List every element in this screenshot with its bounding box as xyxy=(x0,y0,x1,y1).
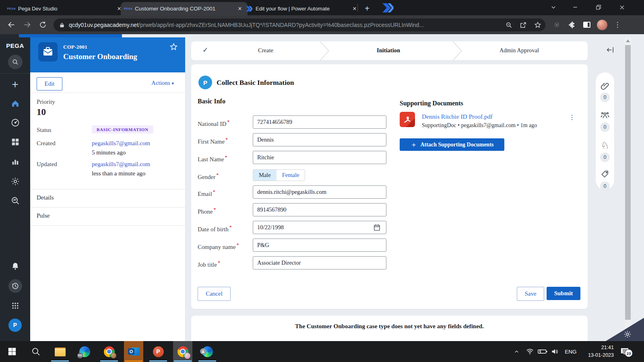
date-of-birth-input[interactable] xyxy=(253,221,386,234)
address-bar[interactable]: qcdy01uv.pegaacademy.net/prweb/app/int-a… xyxy=(54,19,545,31)
first-name-input[interactable] xyxy=(253,133,386,146)
tab-customer-onboarding[interactable]: PEGA Customer Onboarding COP-2001 ✕ xyxy=(121,2,248,15)
attachment-file-link[interactable]: Dennis Ritchie ID Proof.pdf xyxy=(422,113,493,120)
taskbar-search-icon[interactable] xyxy=(26,341,45,362)
side-panel-icon[interactable] xyxy=(581,19,593,31)
reports-bar-chart-icon[interactable] xyxy=(0,153,30,170)
profile-badge xyxy=(111,353,116,358)
scrollbar-up-arrow[interactable] xyxy=(626,39,630,42)
scrollbar-track[interactable] xyxy=(625,37,631,341)
company-name-input[interactable] xyxy=(253,239,386,252)
gender-male-button[interactable]: Male xyxy=(253,170,277,181)
profile-avatar[interactable] xyxy=(596,19,608,31)
required-asterisk: * xyxy=(237,242,239,248)
battery-icon[interactable] xyxy=(536,341,549,362)
tags-icon[interactable] xyxy=(600,170,609,179)
app-launcher-grid-icon[interactable] xyxy=(0,297,30,314)
created-by-link[interactable]: pegaskills7@gmail.com xyxy=(92,140,150,147)
notifications-bell-icon[interactable] xyxy=(0,258,30,275)
tab-power-automate[interactable]: Edit your flow | Power Automate ✕ xyxy=(242,2,362,15)
extensions-puzzle-icon[interactable] xyxy=(566,19,578,31)
window-restore-button[interactable] xyxy=(589,0,608,14)
cancel-button[interactable]: Cancel xyxy=(198,287,231,301)
dashboard-gauge-icon[interactable] xyxy=(0,114,30,131)
window-close-button[interactable] xyxy=(613,0,631,14)
edge-browser-profile-icon[interactable] xyxy=(198,341,217,362)
chrome-browser-active-icon[interactable] xyxy=(173,341,192,362)
actions-menu-button[interactable]: Actions ▾ xyxy=(151,80,174,86)
file-explorer-icon[interactable] xyxy=(50,341,70,362)
user-avatar[interactable]: P xyxy=(0,317,30,333)
case-header: COP-2001 Customer Onboarding xyxy=(30,37,185,72)
volume-icon[interactable] xyxy=(549,341,561,362)
gender-female-button[interactable]: Female xyxy=(277,170,305,181)
attachment-menu-kebab-icon[interactable]: ⋮ xyxy=(569,113,575,121)
action-center-icon[interactable]: 23 xyxy=(616,341,634,362)
tray-chevron-up-icon[interactable] xyxy=(510,341,522,362)
attachments-paperclip-icon[interactable] xyxy=(600,81,610,91)
followers-people-icon[interactable] xyxy=(600,111,610,120)
tab-title: Pega Dev Studio xyxy=(18,6,112,12)
submit-button[interactable]: Submit xyxy=(547,287,580,300)
overlay-gear-icon[interactable] xyxy=(623,330,632,339)
tab-pega-dev-studio[interactable]: PEGA Pega Dev Studio ✕ xyxy=(4,2,127,15)
create-plus-icon[interactable]: + xyxy=(0,76,30,93)
required-asterisk: * xyxy=(214,207,216,212)
last-name-input[interactable] xyxy=(253,151,386,164)
workspaces-grid-icon[interactable] xyxy=(0,134,30,150)
page-loading-bar xyxy=(19,34,122,37)
chrome-browser-icon[interactable] xyxy=(99,341,119,362)
stage-admin-approval[interactable]: Admin Approval xyxy=(485,47,553,54)
stakeholders-knight-icon[interactable]: ♘ xyxy=(600,140,610,150)
insights-search-icon[interactable] xyxy=(0,192,30,209)
updated-by-link[interactable]: pegaskills7@gmail.com xyxy=(92,161,150,168)
work-area: ✓ Create Initiation Admin Approval P Col… xyxy=(185,37,625,341)
tab-separator xyxy=(357,4,358,12)
favorite-star-icon[interactable] xyxy=(169,43,178,51)
bookmark-star-icon[interactable] xyxy=(530,21,545,29)
tab-details[interactable]: Details xyxy=(37,194,54,201)
home-icon[interactable] xyxy=(0,95,30,112)
share-icon[interactable] xyxy=(516,22,530,29)
stakeholders-count-badge: 0 xyxy=(600,152,610,162)
phone-input[interactable] xyxy=(253,203,386,216)
job-title-input[interactable] xyxy=(253,256,386,269)
search-icon[interactable] xyxy=(0,53,30,70)
stage-initiation[interactable]: Initiation xyxy=(356,47,421,54)
recents-history-icon[interactable] xyxy=(0,278,30,294)
field-label: Job title* xyxy=(198,256,252,272)
start-button[interactable] xyxy=(2,341,22,362)
caret-down-icon: ▾ xyxy=(171,81,174,86)
national-id-input[interactable] xyxy=(253,115,386,129)
clock[interactable]: 21:41 13-01-2023 xyxy=(581,341,614,362)
scrollbar-thumb[interactable] xyxy=(625,45,631,320)
powerpoint-icon[interactable]: P xyxy=(149,341,168,362)
tab-search-chevron-icon[interactable] xyxy=(544,0,563,14)
back-button[interactable] xyxy=(5,19,17,31)
updated-when: less than a minute ago xyxy=(92,170,145,177)
edit-button[interactable]: Edit xyxy=(37,77,62,90)
lock-icon[interactable] xyxy=(59,22,65,28)
wifi-icon[interactable] xyxy=(524,341,536,362)
attach-documents-button[interactable]: ＋ Attach Supporting Documents xyxy=(400,138,504,151)
tab-pulse[interactable]: Pulse xyxy=(37,212,50,219)
browser-menu-kebab-icon[interactable]: ⋮ xyxy=(611,19,623,31)
calendar-icon[interactable] xyxy=(373,224,381,231)
save-button[interactable]: Save xyxy=(517,287,544,301)
tray-date: 13-01-2023 xyxy=(588,352,614,359)
edge-browser-icon[interactable]: VG xyxy=(75,341,94,362)
window-minimize-button[interactable] xyxy=(566,0,584,14)
forward-button[interactable] xyxy=(21,19,33,31)
power-automate-pinned-icon[interactable] xyxy=(381,3,395,12)
outlook-icon[interactable]: O xyxy=(124,341,143,362)
collapse-panel-icon[interactable] xyxy=(605,45,617,55)
profile-sync-icon[interactable] xyxy=(551,19,563,31)
email-input[interactable] xyxy=(253,185,386,199)
zoom-out-icon[interactable] xyxy=(502,22,516,29)
settings-gear-icon[interactable] xyxy=(0,173,30,190)
language-indicator[interactable]: ENG xyxy=(563,341,579,362)
stage-create[interactable]: Create xyxy=(235,47,296,54)
new-tab-button[interactable]: + xyxy=(361,3,373,14)
reload-button[interactable] xyxy=(37,19,49,31)
field-label: Gender* xyxy=(198,169,252,184)
